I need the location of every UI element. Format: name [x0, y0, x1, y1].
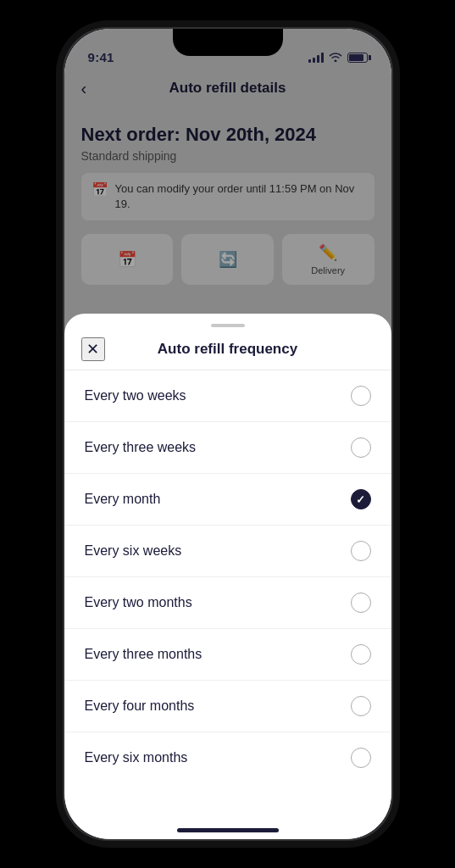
home-indicator — [177, 828, 279, 832]
frequency-label-two-weeks: Every two weeks — [85, 388, 186, 403]
radio-three-months[interactable] — [351, 644, 371, 665]
radio-three-weeks[interactable] — [351, 437, 371, 458]
frequency-label-four-months: Every four months — [85, 698, 195, 714]
frequency-label-three-months: Every three months — [85, 647, 203, 662]
notch — [173, 29, 283, 56]
close-button[interactable]: ✕ — [81, 337, 105, 361]
status-time: 9:41 — [88, 50, 114, 64]
frequency-item-month[interactable]: Every month — [64, 474, 391, 526]
radio-six-weeks[interactable] — [351, 541, 371, 561]
radio-four-months[interactable] — [351, 696, 371, 716]
frequency-label-six-months: Every six months — [85, 750, 188, 765]
frequency-item-two-months[interactable]: Every two months — [64, 577, 391, 629]
signal-bars-icon — [308, 53, 324, 63]
frequency-item-three-weeks[interactable]: Every three weeks — [64, 422, 391, 474]
radio-six-months[interactable] — [351, 748, 371, 768]
sheet-title: Auto refill frequency — [158, 341, 297, 358]
wifi-icon — [329, 51, 342, 64]
frequency-item-three-months[interactable]: Every three months — [64, 629, 391, 681]
frequency-label-three-weeks: Every three weeks — [85, 440, 197, 455]
frequency-item-six-weeks[interactable]: Every six weeks — [64, 526, 391, 577]
radio-two-months[interactable] — [351, 593, 371, 613]
frequency-item-six-months[interactable]: Every six months — [64, 732, 391, 783]
frequency-item-two-weeks[interactable]: Every two weeks — [64, 370, 391, 422]
frequency-label-two-months: Every two months — [85, 595, 192, 610]
radio-two-weeks[interactable] — [351, 386, 371, 406]
frequency-label-month: Every month — [85, 492, 161, 507]
sheet-header: ✕ Auto refill frequency — [64, 327, 391, 370]
status-icons — [308, 51, 368, 64]
radio-month[interactable] — [351, 489, 371, 509]
frequency-label-six-weeks: Every six weeks — [85, 543, 182, 559]
frequency-item-four-months[interactable]: Every four months — [64, 681, 391, 732]
frequency-list: Every two weeksEvery three weeksEvery mo… — [64, 370, 391, 783]
battery-icon — [347, 53, 368, 63]
frequency-sheet: ✕ Auto refill frequency Every two weeksE… — [64, 314, 391, 839]
